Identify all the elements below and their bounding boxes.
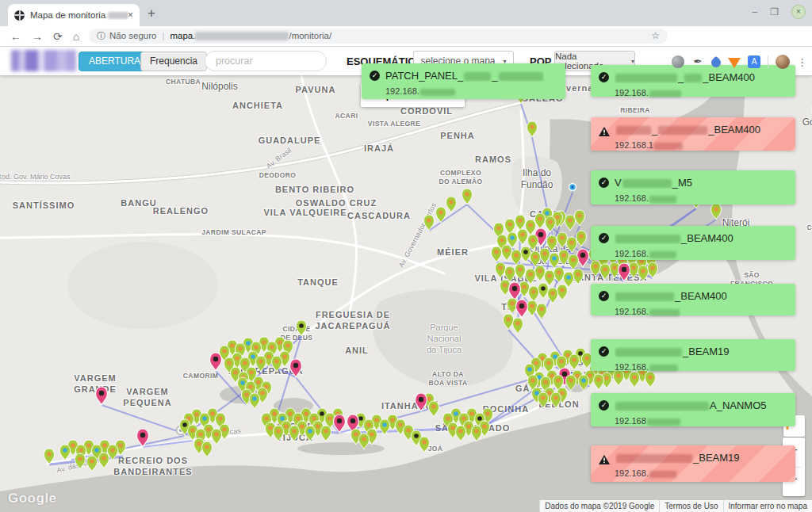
tab-close-icon[interactable]: × xyxy=(128,10,133,21)
map-marker-go[interactable] xyxy=(575,210,585,226)
device-up-alert-card[interactable]: ✓PATCH_PANEL__192.168. xyxy=(362,63,565,99)
map-marker-go[interactable] xyxy=(289,426,300,441)
map-marker-go[interactable] xyxy=(547,235,557,251)
map-marker-go[interactable] xyxy=(212,429,222,445)
map-marker-go[interactable] xyxy=(569,354,580,370)
map-marker-go[interactable] xyxy=(711,204,722,220)
map-marker-go[interactable] xyxy=(537,304,547,319)
home-icon[interactable]: ⌂ xyxy=(73,30,79,43)
browser-menu-icon[interactable]: ⋮ xyxy=(797,56,807,68)
map-marker-go[interactable] xyxy=(565,215,576,231)
map-marker-go[interactable] xyxy=(202,441,213,457)
map-marker-go[interactable] xyxy=(576,231,587,246)
close-window-button[interactable]: × xyxy=(791,5,806,19)
map-marker-go[interactable] xyxy=(538,392,549,408)
new-tab-button[interactable]: + xyxy=(147,6,155,20)
map-marker-go[interactable] xyxy=(600,264,611,280)
map-marker-go[interactable] xyxy=(429,401,439,417)
device-up-alert-card[interactable]: ✓V_M5192.168. xyxy=(591,170,795,204)
map-marker-go[interactable] xyxy=(99,453,109,468)
device-up-alert-card[interactable]: ✓A_NANMO5192.168 xyxy=(591,393,795,426)
map-marker-go[interactable] xyxy=(557,232,568,248)
map-marker-go[interactable] xyxy=(75,453,86,469)
map-marker-gk[interactable] xyxy=(521,246,531,262)
map-marker-go[interactable] xyxy=(492,246,502,262)
device-down-alert-card[interactable]: _BEAM19192.168. xyxy=(591,445,795,482)
map-marker-pk[interactable] xyxy=(210,353,222,371)
map-marker-go[interactable] xyxy=(513,318,523,334)
map-marker-gb[interactable] xyxy=(579,375,589,391)
search-input[interactable] xyxy=(205,51,327,71)
map-marker-go[interactable] xyxy=(535,213,546,229)
address-bar[interactable]: ⓘ Não seguro | mapa. /monitoria/ ☆ xyxy=(89,29,668,44)
map-marker-go[interactable] xyxy=(529,286,539,302)
map-marker-go[interactable] xyxy=(472,426,482,441)
map-marker-go[interactable] xyxy=(359,434,370,449)
google-logo[interactable]: Google xyxy=(8,491,57,506)
shield-extension-icon[interactable] xyxy=(710,56,723,70)
restore-button[interactable]: ❐ xyxy=(770,6,779,18)
map-marker-go[interactable] xyxy=(551,392,561,408)
translate-extension-icon[interactable]: A xyxy=(748,55,760,68)
forward-icon[interactable]: → xyxy=(32,30,43,43)
map-marker-go[interactable] xyxy=(566,375,576,391)
map-marker-go[interactable] xyxy=(638,266,649,281)
back-icon[interactable]: ← xyxy=(10,30,21,43)
map-marker-pk[interactable] xyxy=(96,387,108,405)
map-marker-pk[interactable] xyxy=(334,415,346,433)
map-marker-go[interactable] xyxy=(535,266,546,281)
map-marker-go[interactable] xyxy=(504,314,514,330)
map-marker-go[interactable] xyxy=(573,269,584,285)
redacted-text xyxy=(499,72,543,81)
map-marker-go[interactable] xyxy=(515,264,526,280)
map-marker-gb[interactable] xyxy=(305,426,316,441)
device-up-alert-card[interactable]: ✓_BEAM19192.168. xyxy=(591,339,795,371)
map-marker-go[interactable] xyxy=(645,372,656,388)
map-marker-gb[interactable] xyxy=(60,445,71,460)
map-marker-go[interactable] xyxy=(321,426,331,441)
map-marker-go[interactable] xyxy=(557,285,568,300)
map-marker-go[interactable] xyxy=(614,370,624,386)
map-marker-go[interactable] xyxy=(462,189,473,204)
map-marker-go[interactable] xyxy=(419,437,430,453)
metamask-fox-icon[interactable] xyxy=(728,58,741,68)
info-icon[interactable]: ⓘ xyxy=(97,30,105,42)
map-marker-go[interactable] xyxy=(518,229,528,245)
report-map-error-link[interactable]: Informar erro no mapa xyxy=(723,500,812,512)
map-marker-gk[interactable] xyxy=(297,320,307,336)
bookmark-star-icon[interactable]: ☆ xyxy=(651,30,660,41)
map-marker-go[interactable] xyxy=(446,197,457,212)
device-up-alert-card[interactable]: ✓_BEAM400192.168. xyxy=(591,226,795,260)
map-marker-gb[interactable] xyxy=(250,393,260,409)
map-marker-go[interactable] xyxy=(559,250,569,266)
tab-title-redaction xyxy=(108,12,128,19)
map-marker-pk[interactable] xyxy=(416,393,427,411)
profile-avatar[interactable] xyxy=(776,55,790,69)
map-marker-go[interactable] xyxy=(515,215,526,231)
frequencia-button[interactable]: Frequencia xyxy=(140,52,207,71)
extension-globe-icon[interactable] xyxy=(672,55,684,68)
browser-tab[interactable]: Mapa de monitoria × xyxy=(8,4,140,26)
map-marker-go[interactable] xyxy=(456,426,466,441)
map-marker-go[interactable] xyxy=(527,121,538,137)
map-marker-go[interactable] xyxy=(496,262,506,278)
device-up-alert-card[interactable]: ✓__BEAM400192.168. xyxy=(591,65,795,97)
reload-icon[interactable]: ⟳ xyxy=(53,30,63,43)
minimize-button[interactable]: – xyxy=(753,6,758,18)
map-marker-c[interactable] xyxy=(569,184,576,193)
eyedropper-extension-icon[interactable]: ✒ xyxy=(691,55,704,68)
map-marker-gk[interactable] xyxy=(538,283,549,299)
device-down-alert-card[interactable]: __BEAM400192.168.1 xyxy=(591,117,795,151)
terms-of-use-link[interactable]: Termos de Uso xyxy=(659,500,722,512)
map-marker-go[interactable] xyxy=(44,449,55,464)
map-marker-go[interactable] xyxy=(630,372,640,388)
device-up-alert-card[interactable]: ✓_BEAM400192.168. xyxy=(591,284,795,315)
redacted-text xyxy=(658,126,707,135)
map-marker-go[interactable] xyxy=(502,245,512,261)
map-marker-go[interactable] xyxy=(274,426,284,441)
map-marker-go[interactable] xyxy=(594,374,604,390)
redacted-text xyxy=(464,72,491,81)
map-marker-go[interactable] xyxy=(87,456,98,472)
map-marker-pk[interactable] xyxy=(577,249,589,267)
device-ip: 192.168. xyxy=(615,88,787,97)
